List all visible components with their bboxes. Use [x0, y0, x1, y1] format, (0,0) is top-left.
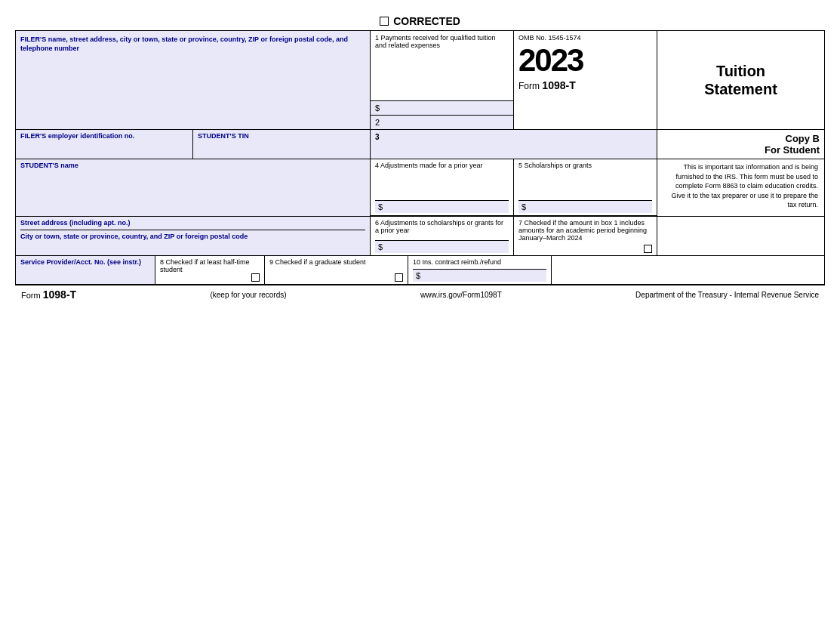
- title-line1: Tuition: [704, 62, 777, 80]
- box4-dollar: $: [375, 200, 509, 213]
- city-field: City or town, state or province, country…: [20, 230, 365, 240]
- box5-label: 5 Scholarships or grants: [518, 162, 652, 197]
- filer-info-label: FILER'S name, street address, city or to…: [20, 35, 348, 52]
- box10-dollar: $: [413, 269, 546, 282]
- title-line2: Statement: [704, 80, 777, 98]
- box1-section: 1 Payments received for qualified tuitio…: [371, 31, 514, 129]
- box5-area: 5 Scholarships or grants $: [514, 159, 657, 215]
- box6-label: 6 Adjustments to scholarships or grants …: [375, 219, 509, 237]
- service-provider-field: Service Provider/Acct. No. (see instr.): [16, 256, 155, 284]
- omb-number: OMB No. 1545-1574: [518, 34, 581, 42]
- row-5: Service Provider/Acct. No. (see instr.) …: [16, 256, 824, 285]
- form-label: Form: [518, 81, 540, 91]
- street-address-section: Street address (including apt. no.) City…: [16, 217, 371, 255]
- box3-section: 3: [371, 130, 657, 159]
- footer-keep-records: (keep for your records): [210, 291, 286, 299]
- box1-label: 1 Payments received for qualified tuitio…: [371, 31, 513, 100]
- boxes-4-5-section: 4 Adjustments made for a prior year $ 5 …: [371, 159, 657, 216]
- boxes-4-5-top: 4 Adjustments made for a prior year $ 5 …: [371, 159, 657, 216]
- employer-id-label: FILER'S employer identification no.: [20, 132, 134, 140]
- form-number-value: 1098-T: [542, 79, 575, 91]
- box10-area: 10 Ins. contract reimb./refund $: [408, 256, 552, 284]
- boxes-6-7-section: 6 Adjustments to scholarships or grants …: [371, 217, 657, 255]
- box9-label: 9 Checked if a graduate student: [269, 258, 403, 273]
- corrected-checkbox[interactable]: [380, 17, 389, 26]
- box8-checkbox-row: [160, 273, 260, 282]
- year-display: 2023: [518, 45, 583, 76]
- box1-text: 1 Payments received for qualified tuitio…: [375, 34, 496, 49]
- form-footer: Form 1098-T (keep for your records) www.…: [15, 285, 825, 304]
- box8-area: 8 Checked if at least half-time student: [155, 256, 265, 284]
- footer-form-number-value: 1098-T: [43, 288, 76, 301]
- box2-section: 2: [371, 115, 513, 129]
- footer-form-number: Form 1098-T: [21, 288, 76, 301]
- form-title: Tuition Statement: [704, 62, 777, 98]
- corrected-header: CORRECTED: [15, 15, 825, 27]
- row-1: FILER'S name, street address, city or to…: [16, 31, 824, 130]
- box8-checkbox[interactable]: [251, 273, 260, 282]
- footer-department: Department of the Treasury - Internal Re…: [635, 291, 819, 299]
- box1-dollar-sign: $: [375, 103, 380, 113]
- box7-label: 7 Checked if the amount in box 1 include…: [518, 219, 652, 242]
- form-1098t: CORRECTED FILER'S name, street address, …: [15, 15, 825, 304]
- box9-area: 9 Checked if a graduate student: [265, 256, 408, 284]
- form-number-display: Form 1098-T: [518, 79, 576, 91]
- box10-label: 10 Ins. contract reimb./refund: [413, 258, 546, 266]
- box6-dollar: $: [375, 240, 509, 253]
- copy-b-subtitle: For Student: [662, 144, 820, 156]
- copy-b-desc3: [552, 256, 824, 284]
- year-regular: 20: [518, 42, 551, 78]
- box5-dollar: $: [518, 200, 652, 213]
- row-4: Street address (including apt. no.) City…: [16, 217, 824, 256]
- copy-b-description: This is important tax information and is…: [657, 159, 824, 216]
- box7-checkbox[interactable]: [644, 245, 652, 253]
- student-tin-field: STUDENT'S TIN: [193, 130, 371, 159]
- copy-b-section: Copy B For Student: [657, 130, 824, 159]
- tuition-statement: Tuition Statement: [657, 31, 824, 129]
- row-3: STUDENT'S name 4 Adjustments made for a …: [16, 159, 824, 217]
- box8-label: 8 Checked if at least half-time student: [160, 258, 260, 273]
- copy-b-desc2: [657, 217, 824, 255]
- box3-label: 3: [375, 133, 380, 141]
- box9-checkbox-row: [269, 273, 403, 282]
- box7-area: 7 Checked if the amount in box 1 include…: [514, 217, 657, 255]
- box6-area: 6 Adjustments to scholarships or grants …: [371, 217, 514, 255]
- box7-checkbox-row: [518, 245, 652, 253]
- box1-dollar: $: [371, 100, 513, 115]
- copy-b-title: Copy B: [662, 133, 820, 144]
- row-2: FILER'S employer identification no. STUD…: [16, 130, 824, 159]
- employer-id-field: FILER'S employer identification no.: [16, 130, 193, 159]
- year-bold: 23: [551, 42, 583, 78]
- form-body: FILER'S name, street address, city or to…: [15, 30, 825, 285]
- box2-label: 2: [375, 118, 380, 127]
- box4-label: 4 Adjustments made for a prior year: [375, 162, 509, 197]
- student-name-field: STUDENT'S name: [16, 159, 371, 216]
- footer-form-label: Form: [21, 291, 41, 300]
- student-tin-label: STUDENT'S TIN: [198, 132, 249, 140]
- footer-website: www.irs.gov/Form1098T: [420, 291, 502, 299]
- service-provider-label: Service Provider/Acct. No. (see instr.): [20, 258, 141, 266]
- filer-info-section: FILER'S name, street address, city or to…: [16, 31, 371, 129]
- box4-area: 4 Adjustments made for a prior year $: [371, 159, 514, 215]
- omb-section: OMB No. 1545-1574 2023 Form 1098-T: [514, 31, 657, 129]
- box9-checkbox[interactable]: [395, 273, 403, 282]
- street-address-label: Street address (including apt. no.): [20, 219, 365, 227]
- city-label: City or town, state or province, country…: [20, 233, 248, 240]
- student-name-label: STUDENT'S name: [20, 162, 78, 169]
- corrected-label: CORRECTED: [393, 15, 460, 27]
